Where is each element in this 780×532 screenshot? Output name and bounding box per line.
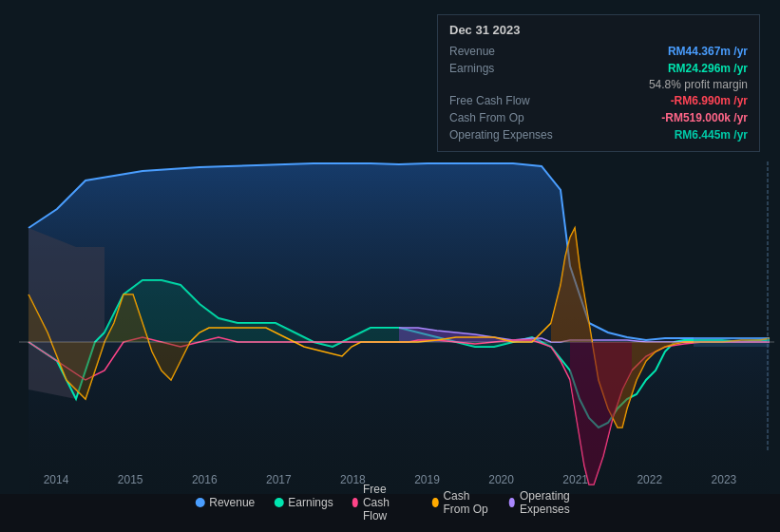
tooltip-value-opex: RM6.445m /yr xyxy=(675,128,748,142)
legend-dot-opex xyxy=(509,498,515,507)
tooltip-label-earnings: Earnings xyxy=(449,62,554,75)
legend-label-fcf: Free Cash Flow xyxy=(363,483,413,522)
tooltip-row-cashop: Cash From Op -RM519.000k /yr xyxy=(449,109,748,126)
legend-item-revenue[interactable]: Revenue xyxy=(195,496,255,509)
legend-dot-earnings xyxy=(274,498,283,507)
x-label-2023: 2023 xyxy=(712,473,737,486)
x-label-2014: 2014 xyxy=(44,473,69,486)
legend-label-revenue: Revenue xyxy=(209,496,255,509)
legend-dot-cashop xyxy=(432,498,438,507)
chart-container: RM500m RM0 -RM300m xyxy=(0,0,780,532)
legend-label-opex: Operating Expenses xyxy=(520,489,585,516)
tooltip-label-revenue: Revenue xyxy=(449,45,554,58)
tooltip-value-fcf: -RM6.990m /yr xyxy=(671,94,748,107)
legend-item-opex[interactable]: Operating Expenses xyxy=(509,489,585,516)
legend-dot-fcf xyxy=(352,498,358,507)
legend-dot-revenue xyxy=(195,498,204,507)
legend-item-cashop[interactable]: Cash From Op xyxy=(432,489,490,516)
tooltip-label-fcf: Free Cash Flow xyxy=(449,94,554,107)
tooltip-value-earnings: RM24.296m /yr xyxy=(668,62,748,75)
tooltip-profit-margin: 54.8% profit margin xyxy=(649,78,748,91)
x-label-2022: 2022 xyxy=(637,473,662,486)
tooltip-value-cashop: -RM519.000k /yr xyxy=(661,111,748,124)
tooltip-value-revenue: RM44.367m /yr xyxy=(668,45,748,58)
tooltip-label-opex: Operating Expenses xyxy=(449,128,554,142)
tooltip-row-earnings: Earnings RM24.296m /yr xyxy=(449,60,748,77)
x-label-2015: 2015 xyxy=(118,473,143,486)
tooltip-row-fcf: Free Cash Flow -RM6.990m /yr xyxy=(449,92,748,109)
tooltip-box: Dec 31 2023 Revenue RM44.367m /yr Earnin… xyxy=(437,14,760,152)
legend-item-fcf[interactable]: Free Cash Flow xyxy=(352,483,413,522)
chart-legend: Revenue Earnings Free Cash Flow Cash Fro… xyxy=(195,483,585,522)
legend-label-earnings: Earnings xyxy=(288,496,333,509)
legend-item-earnings[interactable]: Earnings xyxy=(274,496,333,509)
tooltip-profit-margin-row: 54.8% profit margin xyxy=(449,77,748,92)
tooltip-date: Dec 31 2023 xyxy=(449,23,748,37)
tooltip-row-opex: Operating Expenses RM6.445m /yr xyxy=(449,126,748,143)
tooltip-row-revenue: Revenue RM44.367m /yr xyxy=(449,43,748,60)
tooltip-label-cashop: Cash From Op xyxy=(449,111,554,124)
legend-label-cashop: Cash From Op xyxy=(443,489,489,516)
